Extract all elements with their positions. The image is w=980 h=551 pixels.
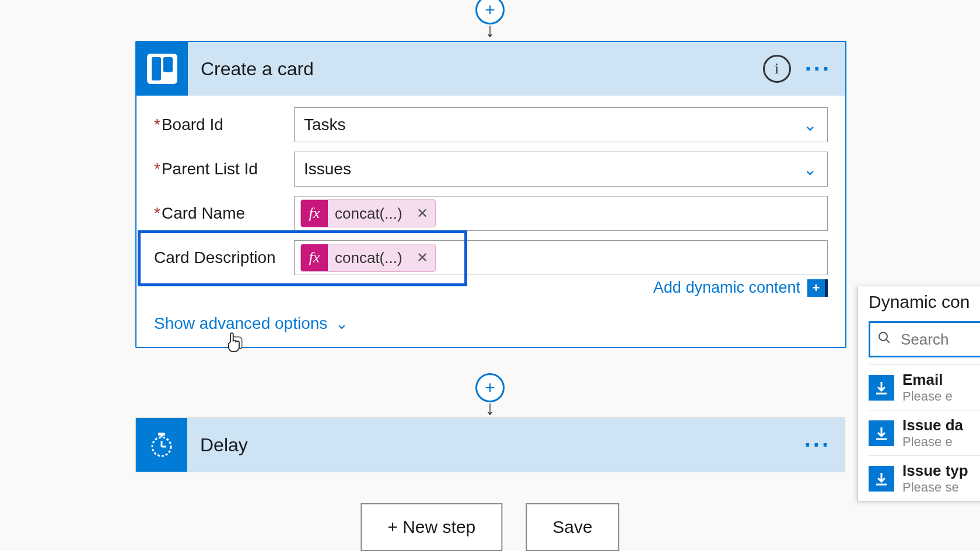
svg-point-5 [879, 332, 887, 341]
action-card-header[interactable]: Create a card i ··· [136, 42, 845, 96]
save-button[interactable]: Save [526, 503, 619, 551]
info-icon[interactable]: i [763, 55, 791, 83]
remove-token-icon[interactable]: ✕ [410, 205, 435, 222]
parentlist-value: Issues [304, 160, 351, 178]
action-card-title: Create a card [188, 58, 763, 80]
dc-item-sub: Please e [902, 434, 963, 450]
field-card-name: *Card Name fx concat(...) ✕ [154, 196, 828, 231]
field-card-description: Card Description fx concat(...) ✕ [154, 240, 828, 275]
add-step-top[interactable]: + ↓ [475, 0, 505, 38]
parentlist-dropdown[interactable]: Issues ⌄ [294, 152, 828, 187]
field-board-id: *Board Id Tasks ⌄ [154, 107, 828, 142]
action-card-delay[interactable]: Delay ··· [135, 417, 845, 472]
cardname-input[interactable]: fx concat(...) ✕ [294, 196, 828, 231]
board-dropdown[interactable]: Tasks ⌄ [294, 107, 828, 142]
expression-token[interactable]: fx concat(...) ✕ [300, 199, 436, 227]
dc-item[interactable]: Issue da Please e [869, 410, 980, 455]
chevron-down-icon: ⌄ [335, 315, 348, 333]
cardname-label: Card Name [162, 204, 245, 222]
new-step-button[interactable]: + New step [360, 503, 502, 551]
board-value: Tasks [304, 115, 346, 134]
fx-icon: fx [301, 200, 328, 227]
more-icon[interactable]: ··· [804, 439, 831, 451]
dc-item-title: Email [902, 371, 953, 389]
dc-item-sub: Please e [902, 389, 953, 404]
show-advanced-options-link[interactable]: Show advanced options ⌄ [154, 314, 828, 333]
search-icon [877, 331, 891, 348]
field-parent-list-id: *Parent List Id Issues ⌄ [154, 152, 828, 187]
show-advanced-label: Show advanced options [154, 314, 327, 333]
token-label: concat(...) [328, 249, 410, 267]
add-dynamic-label: Add dynamic content [653, 279, 800, 297]
chevron-down-icon: ⌄ [803, 160, 817, 179]
dynamic-content-title: Dynamic con [869, 292, 980, 312]
remove-token-icon[interactable]: ✕ [410, 250, 435, 266]
dc-item-title: Issue da [902, 416, 963, 434]
chevron-down-icon: ⌄ [803, 115, 817, 135]
token-label: concat(...) [328, 205, 410, 223]
parentlist-label: Parent List Id [162, 160, 258, 178]
delay-title: Delay [187, 434, 804, 456]
dc-item-sub: Please se [902, 480, 968, 495]
add-dynamic-content-link[interactable]: Add dynamic content + [154, 279, 828, 297]
carddesc-label: Card Description [154, 248, 276, 266]
plus-box-icon: + [807, 279, 828, 297]
timer-icon [136, 418, 187, 472]
form-field-icon [869, 375, 894, 401]
search-input[interactable] [900, 330, 977, 349]
arrow-down-icon: ↓ [475, 22, 505, 38]
fx-icon: fx [301, 244, 328, 271]
bottom-button-bar: + New step Save [360, 503, 619, 551]
more-icon[interactable]: ··· [805, 63, 831, 75]
add-step-middle[interactable]: + ↓ [475, 373, 505, 416]
action-card-create[interactable]: Create a card i ··· *Board Id Tasks ⌄ *P… [135, 41, 846, 348]
form-field-icon [869, 420, 894, 446]
svg-line-6 [886, 339, 890, 343]
board-label: Board Id [162, 115, 223, 134]
form-field-icon [869, 466, 894, 492]
carddesc-input[interactable]: fx concat(...) ✕ [294, 240, 828, 275]
expression-token[interactable]: fx concat(...) ✕ [300, 244, 436, 272]
dc-item[interactable]: Email Please e [869, 364, 980, 410]
dc-item-title: Issue typ [902, 462, 968, 480]
dc-item[interactable]: Issue typ Please se [869, 455, 980, 501]
trello-icon [136, 42, 188, 96]
dynamic-content-panel[interactable]: Dynamic con Email Please e Issue da Plea… [858, 286, 980, 501]
dynamic-content-search[interactable] [869, 321, 980, 357]
svg-rect-3 [158, 433, 165, 436]
arrow-down-icon: ↓ [475, 400, 505, 416]
